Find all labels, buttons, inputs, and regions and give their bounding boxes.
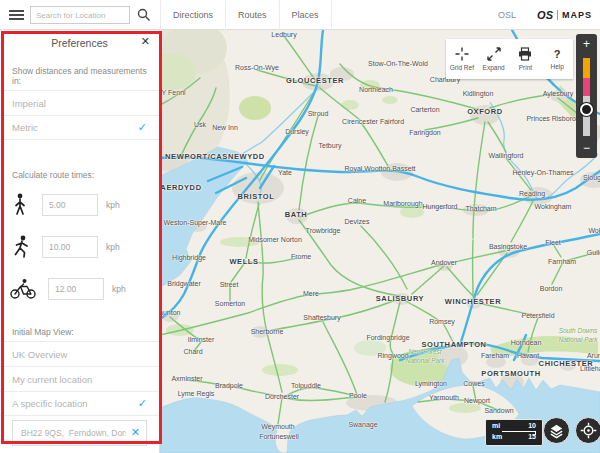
- cycle-speed-unit: kph: [112, 284, 126, 294]
- scale-bar: [502, 431, 536, 432]
- os-logo-icon: OS: [537, 9, 553, 21]
- scale-km-label: km: [492, 433, 502, 441]
- cycle-icon: [10, 278, 36, 300]
- walk-speed-row: kph: [0, 184, 159, 226]
- cycle-speed-row: kph: [0, 268, 159, 310]
- expand-icon: [487, 47, 501, 61]
- cycle-speed-input[interactable]: [48, 278, 104, 300]
- run-speed-input[interactable]: [42, 236, 98, 258]
- zoom-in-button[interactable]: +: [576, 34, 597, 54]
- os-maps-logo[interactable]: OS MAPS: [537, 0, 592, 30]
- scale-mi-value: 10: [528, 422, 536, 430]
- option-metric-label: Metric: [12, 122, 38, 133]
- expand-button[interactable]: Expand: [478, 39, 510, 79]
- close-icon[interactable]: ✕: [141, 35, 150, 48]
- layers-icon: [548, 422, 565, 439]
- zoom-out-button[interactable]: −: [576, 138, 597, 158]
- run-icon: [10, 235, 30, 259]
- grid-ref-icon: [455, 47, 469, 61]
- top-bar: Directions Routes Places OSL OS MAPS: [0, 0, 600, 30]
- walk-speed-unit: kph: [106, 200, 120, 210]
- option-uk-overview[interactable]: UK Overview: [0, 341, 159, 366]
- option-metric[interactable]: Metric ✓: [0, 115, 159, 140]
- route-times-label: Calculate route times:: [12, 170, 147, 180]
- zoom-track[interactable]: [583, 58, 590, 136]
- zoom-control: + −: [576, 34, 597, 158]
- brand-maps-label: MAPS: [562, 10, 592, 20]
- units-section-label: Show distances and measurements in:: [12, 66, 147, 86]
- tab-routes[interactable]: Routes: [225, 0, 279, 30]
- map-tools: Grid Ref Expand Print ? Help: [446, 39, 573, 79]
- specific-location-input[interactable]: [12, 420, 147, 446]
- logo-divider: [557, 10, 558, 20]
- help-button[interactable]: ? Help: [541, 39, 573, 79]
- print-label: Print: [519, 64, 532, 71]
- layers-button[interactable]: [543, 417, 570, 444]
- clear-location-icon[interactable]: ✕: [131, 426, 140, 439]
- preferences-panel: Preferences ✕ Show distances and measure…: [0, 30, 160, 453]
- scale-mi-label: mi: [492, 422, 500, 430]
- option-specific-location[interactable]: A specific location ✓: [0, 391, 159, 416]
- walk-icon: [10, 193, 30, 217]
- map-viewport[interactable]: LedburyRoss-On-WyeAbergavenny/Y FenniUsk…: [160, 30, 600, 453]
- nav-tabs: Directions Routes Places: [160, 0, 332, 30]
- expand-label: Expand: [483, 64, 505, 71]
- print-icon: [518, 47, 532, 61]
- print-button[interactable]: Print: [510, 39, 542, 79]
- search-input[interactable]: [30, 6, 130, 24]
- zoom-slider-handle[interactable]: [580, 103, 593, 116]
- search-icon[interactable]: [136, 7, 152, 23]
- locate-icon: [580, 422, 597, 439]
- panel-title: Preferences: [0, 30, 159, 56]
- osl-link[interactable]: OSL: [488, 0, 526, 30]
- option-uk-overview-label: UK Overview: [12, 349, 67, 360]
- tab-directions[interactable]: Directions: [160, 0, 225, 30]
- option-imperial-label: Imperial: [12, 98, 46, 109]
- check-icon: ✓: [138, 121, 147, 134]
- option-current-location[interactable]: My current location: [0, 366, 159, 391]
- help-label: Help: [550, 63, 563, 70]
- locate-button[interactable]: [575, 417, 600, 444]
- run-speed-unit: kph: [106, 242, 120, 252]
- help-icon: ?: [554, 48, 561, 60]
- grid-ref-label: Grid Ref: [450, 64, 474, 71]
- grid-ref-button[interactable]: Grid Ref: [446, 39, 478, 79]
- option-current-location-label: My current location: [12, 374, 92, 385]
- option-specific-location-label: A specific location: [12, 398, 88, 409]
- option-imperial[interactable]: Imperial: [0, 90, 159, 115]
- initial-view-label: Initial Map View:: [12, 327, 147, 337]
- run-speed-row: kph: [0, 226, 159, 268]
- check-icon: ✓: [138, 397, 147, 410]
- tab-places[interactable]: Places: [279, 0, 332, 30]
- walk-speed-input[interactable]: [42, 194, 98, 216]
- menu-icon[interactable]: [9, 10, 24, 21]
- scale-indicator: mi 10 km 15: [485, 419, 543, 446]
- map-canvas: [160, 30, 600, 453]
